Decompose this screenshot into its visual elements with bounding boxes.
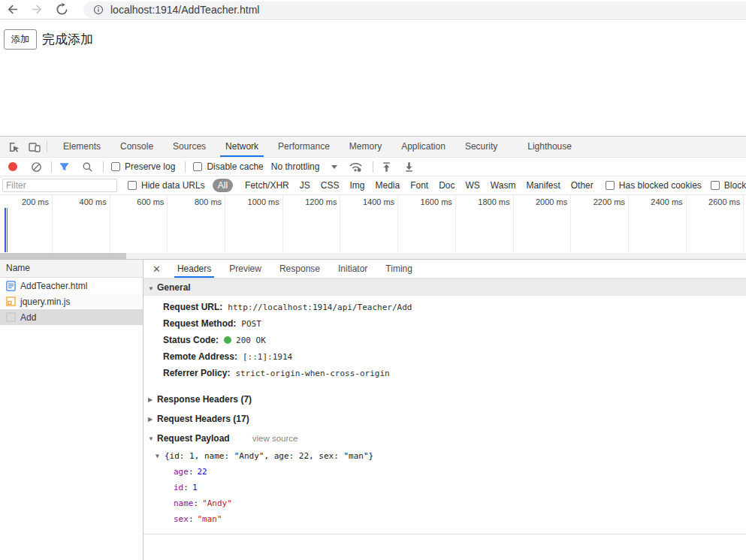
export-har-icon[interactable] <box>403 161 415 173</box>
timeline-tick: 2400 ms <box>629 195 687 253</box>
general-field-row: Request Method: POST <box>143 315 746 332</box>
disable-cache-label: Disable cache <box>207 161 263 172</box>
triangle-down-icon <box>148 281 157 297</box>
view-source-link[interactable]: view source <box>252 434 298 443</box>
filter-pill-css[interactable]: CSS <box>316 179 344 192</box>
chevron-down-icon[interactable] <box>331 165 337 169</box>
has-blocked-cookies-checkbox[interactable] <box>606 181 615 190</box>
filter-pill-manifest[interactable]: Manifest <box>521 179 564 192</box>
disable-cache-checkbox[interactable] <box>193 162 202 171</box>
timeline-tick: 1600 ms <box>398 195 456 253</box>
network-toolbar: Preserve log Disable cache No throttling <box>0 157 746 176</box>
throttling-select[interactable]: No throttling <box>271 161 320 172</box>
tab-performance[interactable]: Performance <box>268 137 340 157</box>
clear-network-log-icon[interactable] <box>31 161 42 173</box>
timeline-tick: 2000 ms <box>514 195 572 253</box>
refresh-icon[interactable] <box>56 3 68 16</box>
request-row-jquery[interactable]: jquery.min.js <box>0 294 143 309</box>
filter-pill-fetch-xhr[interactable]: Fetch/XHR <box>240 179 294 192</box>
field-value: POST <box>241 319 261 329</box>
payload-property: name:"Andy" <box>143 495 746 511</box>
tab-application[interactable]: Application <box>391 137 455 157</box>
tab-console[interactable]: Console <box>110 137 163 157</box>
detail-tab-headers[interactable]: Headers <box>168 260 220 278</box>
detail-tabbar: Headers Preview Response Initiator Timin… <box>143 260 746 278</box>
field-label: Referrer Policy: <box>163 368 230 378</box>
request-payload-section[interactable]: Request Payload view source <box>143 429 746 448</box>
network-conditions-icon[interactable] <box>349 161 363 173</box>
timeline-scrollbar[interactable] <box>0 253 746 259</box>
property-key: sex <box>174 514 189 524</box>
field-label: Request Method: <box>163 318 236 329</box>
close-icon[interactable] <box>143 263 168 275</box>
record-network-log-icon[interactable] <box>8 162 17 171</box>
response-headers-section[interactable]: Response Headers (7) <box>143 390 746 409</box>
blocked-requests-checkbox[interactable] <box>711 181 720 190</box>
filter-pill-js[interactable]: JS <box>295 179 315 192</box>
filter-pill-img[interactable]: Img <box>345 179 369 192</box>
detail-tab-response[interactable]: Response <box>270 260 329 278</box>
load-event-marker <box>7 208 8 252</box>
browser-toolbar: localhost:1914/AddTeacher.html <box>0 0 746 20</box>
timeline-tick: 2600 ms <box>687 195 744 253</box>
hide-data-urls-checkbox[interactable] <box>128 181 137 190</box>
filter-pill-all[interactable]: All <box>213 179 233 192</box>
detail-tab-initiator[interactable]: Initiator <box>329 260 376 278</box>
filter-pill-media[interactable]: Media <box>370 179 404 192</box>
request-name: Add <box>20 312 36 323</box>
filter-pill-ws[interactable]: WS <box>461 179 485 192</box>
import-har-icon[interactable] <box>381 161 392 173</box>
filter-pill-other[interactable]: Other <box>566 179 598 192</box>
device-toolbar-icon[interactable] <box>29 141 41 153</box>
tab-lighthouse[interactable]: Lighthouse <box>518 137 581 157</box>
script-icon <box>6 297 16 306</box>
filter-pill-doc[interactable]: Doc <box>434 179 459 192</box>
tab-security[interactable]: Security <box>455 137 507 157</box>
add-button[interactable]: 添加 <box>4 29 37 50</box>
filter-funnel-icon[interactable] <box>59 161 70 173</box>
payload-object-line[interactable]: {id: 1, name: "Andy", age: 22, sex: "man… <box>143 448 746 464</box>
detail-tab-preview[interactable]: Preview <box>220 260 270 278</box>
triangle-right-icon <box>148 416 157 423</box>
tab-network[interactable]: Network <box>216 137 268 157</box>
filter-pill-wasm[interactable]: Wasm <box>486 179 521 192</box>
fetch-icon <box>6 312 16 322</box>
divider <box>51 161 52 173</box>
network-filter-bar: Hide data URLs All Fetch/XHR JS CSS Img … <box>0 176 746 195</box>
search-icon[interactable] <box>82 161 93 173</box>
hide-data-urls-label: Hide data URLs <box>141 180 205 191</box>
tab-sources[interactable]: Sources <box>163 137 216 157</box>
scrollbar-thumb[interactable] <box>0 253 126 259</box>
url-text[interactable]: localhost:1914/AddTeacher.html <box>110 4 259 16</box>
payload-property: age:22 <box>143 464 746 480</box>
property-key: id <box>174 483 183 492</box>
back-icon[interactable] <box>6 3 19 16</box>
add-complete-text: 完成添加 <box>42 29 93 48</box>
network-overview-timeline[interactable]: 200 ms 400 ms 600 ms 800 ms 1000 ms 1200… <box>0 195 746 259</box>
preserve-log-checkbox[interactable] <box>111 162 120 171</box>
request-row-add[interactable]: Add <box>0 309 143 325</box>
timeline-tick: 800 ms <box>168 195 225 253</box>
payload-property: id:1 <box>143 480 746 495</box>
request-row-addteacher[interactable]: AddTeacher.html <box>0 278 143 294</box>
payload-section-divider <box>143 527 746 534</box>
field-value: [::1]:1914 <box>243 352 292 362</box>
page-info-icon[interactable] <box>93 5 104 15</box>
tab-elements[interactable]: Elements <box>53 137 110 157</box>
timeline-tick: 1400 ms <box>340 195 398 253</box>
general-section-header[interactable]: General <box>143 278 746 296</box>
name-column-header[interactable]: Name <box>0 260 143 278</box>
detail-tab-timing[interactable]: Timing <box>376 260 421 278</box>
network-main-split: Name AddTeacher.html jquery.min.js Add H… <box>0 259 746 560</box>
filter-input[interactable] <box>2 179 117 192</box>
forward-icon[interactable] <box>31 3 44 16</box>
filter-pill-font[interactable]: Font <box>406 179 433 192</box>
address-bar[interactable]: localhost:1914/AddTeacher.html <box>83 2 746 18</box>
timeline-tick: 1000 ms <box>225 195 283 253</box>
request-headers-section[interactable]: Request Headers (17) <box>143 409 746 429</box>
divider <box>47 141 47 152</box>
tab-memory[interactable]: Memory <box>340 137 391 157</box>
divider <box>373 161 373 173</box>
inspect-element-icon[interactable] <box>8 141 20 153</box>
section-title: Response Headers (7) <box>157 394 252 405</box>
